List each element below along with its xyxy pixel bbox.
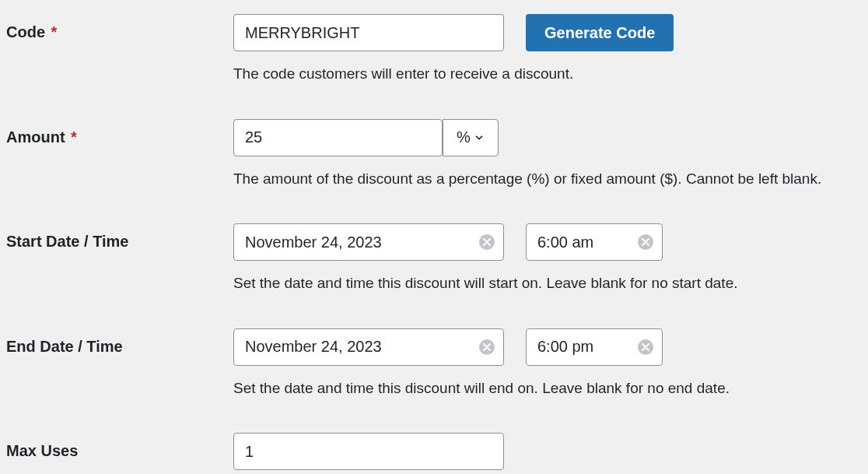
amount-help: The amount of the discount as a percenta… — [233, 169, 862, 190]
max-uses-label: Max Uses — [6, 442, 78, 459]
clear-start-date-icon[interactable] — [479, 234, 495, 250]
clear-end-date-icon[interactable] — [479, 339, 495, 355]
end-date-input[interactable] — [233, 328, 504, 366]
generate-code-button[interactable]: Generate Code — [526, 14, 674, 51]
end-help: Set the date and time this discount will… — [233, 378, 862, 399]
required-indicator: * — [51, 23, 58, 40]
clear-end-time-icon[interactable] — [638, 339, 653, 355]
amount-unit-value: % — [457, 128, 471, 146]
start-help: Set the date and time this discount will… — [233, 273, 862, 294]
required-indicator: * — [71, 128, 77, 146]
start-date-label: Start Date / Time — [6, 233, 128, 250]
amount-label: Amount * — [6, 128, 77, 146]
amount-input[interactable] — [233, 119, 443, 156]
code-label: Code * — [6, 23, 57, 40]
clear-start-time-icon[interactable] — [638, 234, 653, 250]
code-input[interactable] — [233, 14, 504, 51]
chevron-down-icon — [474, 132, 485, 143]
amount-unit-select[interactable]: % — [443, 119, 499, 156]
start-date-input[interactable] — [233, 223, 504, 261]
end-date-label: End Date / Time — [6, 338, 123, 355]
code-help: The code customers will enter to receive… — [233, 64, 862, 85]
max-uses-input[interactable] — [233, 433, 504, 470]
